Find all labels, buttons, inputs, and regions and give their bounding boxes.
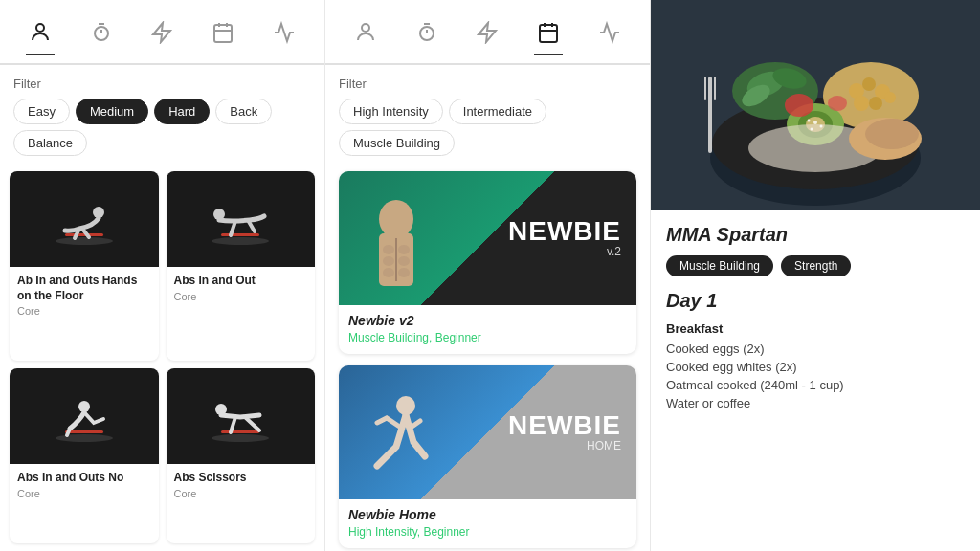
plan-banner-title-1: NEWBIE (508, 412, 621, 439)
exercise-cat-0: Core (17, 305, 151, 317)
svg-point-51 (785, 94, 813, 117)
exercise-card-0[interactable]: Ab In and Outs Hands on the Floor Core (10, 171, 159, 361)
left-nav-person[interactable] (10, 21, 71, 54)
svg-rect-54 (704, 77, 706, 100)
svg-rect-8 (221, 233, 259, 236)
middle-filter-label: Filter (339, 77, 636, 91)
meal-item-1: Cooked egg whites (2x) (666, 360, 965, 374)
plan-info-1: Newbie Home High Intensity, Beginner (339, 499, 636, 548)
exercise-thumb-2 (10, 368, 159, 464)
svg-rect-53 (708, 77, 712, 153)
plan-tags-1: High Intensity, Beginner (348, 525, 627, 539)
exercise-thumb-1 (167, 171, 316, 267)
exercise-name-1: Abs In and Out (174, 274, 308, 289)
exercise-card-3[interactable]: Abs Scissors Core (167, 368, 316, 543)
svg-point-50 (865, 119, 919, 149)
svg-point-23 (383, 245, 394, 254)
exercise-grid: Ab In and Outs Hands on the Floor Core A… (0, 164, 324, 551)
svg-rect-14 (221, 430, 259, 433)
chip-muscle-building[interactable]: Muscle Building (339, 130, 455, 156)
plan-name-1: Newbie Home (348, 507, 627, 522)
svg-point-38 (869, 97, 882, 110)
exercise-name-0: Ab In and Outs Hands on the Floor (17, 274, 151, 303)
svg-point-0 (36, 24, 44, 32)
svg-marker-2 (153, 23, 170, 42)
left-filter-label: Filter (13, 77, 311, 91)
plan-card-1[interactable]: NEWBIE HOME Newbie Home High Intensity, … (339, 365, 636, 548)
exercise-card-1[interactable]: Abs In and Out Core (167, 171, 316, 361)
day-title: Day 1 (666, 290, 965, 312)
chip-medium[interactable]: Medium (76, 99, 148, 124)
breakfast-title: Breakfast (666, 321, 965, 336)
exercise-name-3: Abs Scissors (174, 471, 308, 486)
svg-point-28 (398, 268, 410, 277)
meal-item-3: Water or coffee (666, 396, 965, 410)
svg-point-24 (398, 245, 410, 254)
plan-banner-sub-1: HOME (508, 439, 621, 452)
svg-point-36 (862, 77, 876, 91)
middle-nav-person[interactable] (335, 21, 396, 54)
svg-point-10 (56, 434, 113, 442)
svg-point-59 (808, 120, 811, 122)
plan-banner-figure-0 (339, 171, 502, 305)
left-panel: Filter Easy Medium Hard Back Balance (0, 0, 325, 551)
right-panel: MMA Spartan Muscle Building Strength Day… (651, 0, 980, 551)
plan-banner-1: NEWBIE HOME (339, 365, 636, 499)
plan-banner-sub-0: v.2 (508, 245, 621, 258)
plan-banner-figure-1 (339, 365, 502, 499)
left-filter-chips: Easy Medium Hard Back Balance (13, 99, 311, 156)
left-navbar (0, 0, 324, 65)
chip-hard[interactable]: Hard (154, 99, 210, 124)
svg-point-7 (212, 237, 269, 245)
exercise-thumb-3 (167, 368, 316, 464)
svg-point-20 (379, 200, 413, 238)
mma-title: MMA Spartan (666, 224, 965, 246)
svg-marker-18 (479, 23, 496, 42)
plan-banner-title-0: NEWBIE (508, 218, 621, 245)
plan-card-0[interactable]: NEWBIE v.2 Newbie v2 Muscle Building, Be… (339, 171, 636, 354)
chip-back[interactable]: Back (215, 99, 272, 124)
svg-point-16 (362, 24, 369, 32)
exercise-thumb-0 (10, 171, 159, 267)
exercise-info-3: Abs Scissors Core (167, 464, 316, 507)
plan-list: NEWBIE v.2 Newbie v2 Muscle Building, Be… (325, 164, 650, 551)
svg-point-13 (212, 434, 269, 442)
middle-nav-calendar[interactable] (518, 21, 579, 54)
chip-easy[interactable]: Easy (13, 99, 70, 124)
svg-point-52 (828, 96, 847, 111)
svg-point-57 (811, 128, 813, 131)
middle-navbar (325, 0, 650, 65)
left-filter-section: Filter Easy Medium Hard Back Balance (0, 65, 324, 164)
meal-item-2: Oatmeal cooked (240ml - 1 cup) (666, 378, 965, 392)
left-nav-timer[interactable] (71, 21, 132, 54)
plan-name-0: Newbie v2 (348, 313, 627, 328)
exercise-cat-3: Core (174, 488, 308, 499)
middle-filter-chips: High Intensity Intermediate Muscle Build… (339, 99, 636, 156)
plan-banner-text-1: NEWBIE HOME (508, 412, 621, 452)
exercise-card-2[interactable]: Abs In and Outs No Core (10, 368, 159, 543)
tag-muscle-building[interactable]: Muscle Building (666, 255, 773, 276)
middle-panel: Filter High Intensity Intermediate Muscl… (325, 0, 651, 551)
plan-banner-0: NEWBIE v.2 (339, 171, 636, 305)
svg-point-27 (383, 268, 394, 277)
left-nav-calendar[interactable] (192, 21, 254, 54)
food-hero (651, 0, 980, 210)
tag-row: Muscle Building Strength (666, 255, 965, 276)
middle-nav-timer[interactable] (396, 21, 457, 54)
chip-intermediate[interactable]: Intermediate (449, 99, 546, 124)
svg-point-56 (813, 121, 817, 124)
chip-high-intensity[interactable]: High Intensity (339, 99, 443, 124)
svg-point-25 (383, 256, 394, 266)
meal-item-0: Cooked eggs (2x) (666, 342, 965, 356)
exercise-name-2: Abs In and Outs No (17, 471, 151, 486)
left-nav-bolt[interactable] (132, 21, 193, 54)
middle-nav-chart[interactable] (579, 21, 640, 54)
middle-nav-bolt[interactable] (457, 21, 519, 54)
left-nav-chart[interactable] (254, 21, 315, 54)
svg-point-39 (854, 96, 869, 111)
svg-point-4 (56, 237, 113, 245)
exercise-cat-2: Core (17, 488, 151, 499)
tag-strength[interactable]: Strength (781, 255, 851, 276)
svg-point-40 (884, 92, 896, 103)
chip-balance[interactable]: Balance (13, 130, 87, 156)
